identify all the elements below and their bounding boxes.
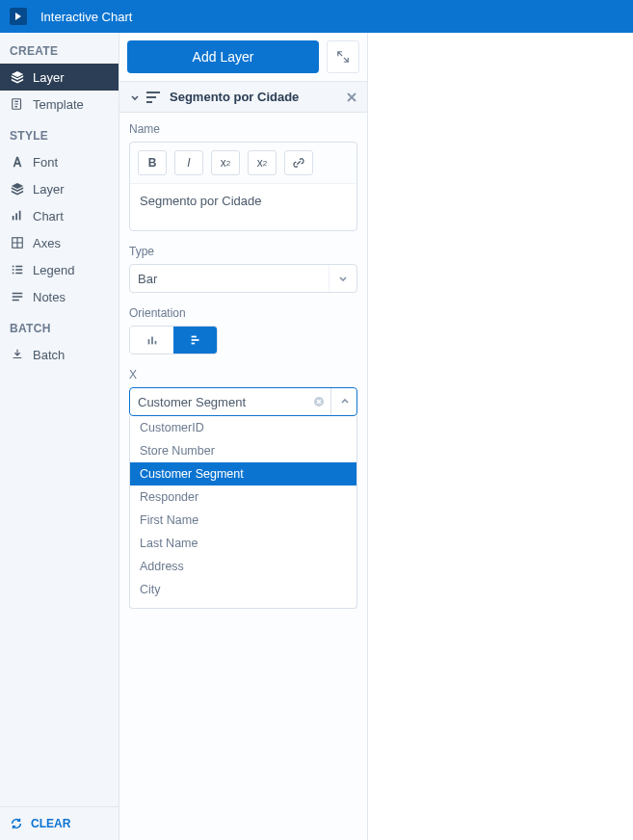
clear-button[interactable]: CLEAR xyxy=(0,806,119,840)
sidebar-item-font[interactable]: Font xyxy=(0,148,119,175)
section-header-batch: BATCH xyxy=(0,310,119,341)
sidebar-item-chart[interactable]: Chart xyxy=(0,202,119,229)
svg-rect-6 xyxy=(146,96,156,98)
sidebar-item-label: Layer xyxy=(33,70,65,85)
sidebar: CREATE Layer Template STYLE xyxy=(0,33,119,840)
type-value: Bar xyxy=(138,272,329,286)
dropdown-option[interactable]: Last Name xyxy=(130,532,356,555)
app-logo xyxy=(10,8,27,25)
template-icon xyxy=(10,96,25,112)
chevron-up-icon xyxy=(339,396,351,407)
svg-rect-1 xyxy=(13,216,14,220)
sidebar-item-style-layer[interactable]: Layer xyxy=(0,175,119,202)
x-dropdown-list[interactable]: CustomerID Store Number Customer Segment… xyxy=(130,416,356,609)
dropdown-option[interactable]: State xyxy=(130,601,356,609)
sidebar-item-legend[interactable]: Legend xyxy=(0,256,119,283)
sidebar-item-label: Legend xyxy=(33,263,74,277)
notes-icon xyxy=(10,289,25,304)
svg-rect-11 xyxy=(191,336,196,338)
sidebar-item-batch[interactable]: Batch xyxy=(0,341,119,368)
collapse-icon xyxy=(336,50,350,64)
dropdown-option[interactable]: Address xyxy=(130,555,356,578)
layer-title: Segmento por Cidade xyxy=(170,90,346,104)
sidebar-item-label: Layer xyxy=(33,182,65,197)
refresh-icon xyxy=(10,817,23,830)
layer-header[interactable]: Segmento por Cidade xyxy=(119,81,367,113)
legend-icon xyxy=(10,262,25,277)
bars-vertical-icon xyxy=(145,333,159,347)
section-header-create: CREATE xyxy=(0,33,119,64)
app-title: Interactive Chart xyxy=(40,10,132,24)
batch-icon xyxy=(10,347,25,362)
sidebar-item-label: Font xyxy=(33,155,58,170)
dropdown-option[interactable]: City xyxy=(130,578,356,601)
x-field: X CustomerID Store Number xyxy=(129,368,357,609)
titlebar: Interactive Chart xyxy=(0,0,633,33)
dropdown-option[interactable]: CustomerID xyxy=(130,416,356,439)
chevron-down-icon xyxy=(129,92,141,103)
svg-rect-5 xyxy=(146,92,160,93)
sidebar-item-label: Batch xyxy=(33,348,65,362)
svg-rect-3 xyxy=(19,211,21,221)
add-layer-button[interactable]: Add Layer xyxy=(127,40,319,73)
chevron-down-icon xyxy=(329,265,349,292)
name-label: Name xyxy=(129,122,357,136)
sidebar-item-notes[interactable]: Notes xyxy=(0,283,119,310)
axes-icon xyxy=(10,235,25,250)
type-field: Type Bar xyxy=(129,245,357,293)
orientation-label: Orientation xyxy=(129,306,357,320)
svg-rect-7 xyxy=(146,101,152,103)
section-header-style: STYLE xyxy=(0,118,119,148)
dropdown-option[interactable]: Customer Segment xyxy=(130,462,356,486)
chart-icon xyxy=(10,208,25,223)
italic-button[interactable]: I xyxy=(174,150,203,175)
svg-rect-12 xyxy=(191,339,198,341)
bars-horizontal-icon xyxy=(189,333,202,347)
x-dropdown: CustomerID Store Number Customer Segment… xyxy=(129,416,357,609)
config-panel: Add Layer Segmento por Cidade xyxy=(119,33,368,840)
subscript-button[interactable]: x2 xyxy=(211,150,240,175)
orientation-field: Orientation xyxy=(129,306,357,354)
orientation-vertical-button[interactable] xyxy=(130,327,173,354)
sidebar-item-layer[interactable]: Layer xyxy=(0,64,119,91)
link-button[interactable] xyxy=(284,150,313,175)
x-input[interactable] xyxy=(130,395,307,409)
superscript-button[interactable]: x2 xyxy=(248,150,277,175)
svg-rect-8 xyxy=(147,339,149,344)
x-clear-button[interactable] xyxy=(307,396,330,407)
chart-canvas xyxy=(368,33,633,840)
font-icon xyxy=(10,154,25,170)
close-layer-button[interactable] xyxy=(346,92,357,103)
dropdown-option[interactable]: Responder xyxy=(130,486,356,509)
type-select[interactable]: Bar xyxy=(129,264,357,293)
layers-icon xyxy=(10,181,25,197)
sidebar-item-template[interactable]: Template xyxy=(0,91,119,118)
x-dropdown-toggle[interactable] xyxy=(330,388,358,415)
dropdown-option[interactable]: Store Number xyxy=(130,439,356,462)
bold-button[interactable]: B xyxy=(138,150,167,175)
close-icon xyxy=(346,92,357,103)
bar-sort-icon xyxy=(146,91,162,104)
sidebar-item-label: Chart xyxy=(33,209,64,223)
name-field: Name B I x2 x2 Segmento por Cidade xyxy=(129,122,357,231)
svg-rect-9 xyxy=(151,337,153,345)
clear-label: CLEAR xyxy=(31,817,70,830)
type-label: Type xyxy=(129,245,357,258)
link-icon xyxy=(292,156,305,170)
svg-rect-10 xyxy=(154,341,156,345)
sidebar-item-label: Template xyxy=(33,97,84,112)
clear-icon xyxy=(313,396,325,407)
svg-rect-2 xyxy=(15,213,17,220)
x-label: X xyxy=(129,368,357,381)
sidebar-item-axes[interactable]: Axes xyxy=(0,229,119,256)
sidebar-item-label: Notes xyxy=(33,290,66,304)
sidebar-item-label: Axes xyxy=(33,236,61,250)
dropdown-option[interactable]: First Name xyxy=(130,509,356,532)
layers-icon xyxy=(10,69,25,85)
name-input[interactable]: Segmento por Cidade xyxy=(130,183,356,227)
collapse-panel-button[interactable] xyxy=(327,40,359,73)
orientation-horizontal-button[interactable] xyxy=(173,327,217,354)
svg-rect-13 xyxy=(191,343,195,345)
